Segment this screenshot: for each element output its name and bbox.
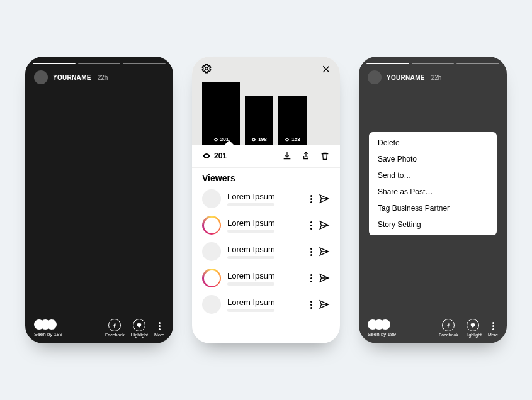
- story-tile[interactable]: 201: [202, 82, 240, 145]
- viewer-name: Lorem Ipsum: [227, 245, 304, 254]
- progress-seg: [366, 63, 409, 64]
- more-button[interactable]: More: [488, 322, 498, 337]
- more-button[interactable]: More: [154, 322, 164, 337]
- menu-item[interactable]: Tag Business Partner: [378, 204, 488, 213]
- story-actions: Facebook Highlight More: [105, 319, 164, 337]
- story-tile[interactable]: 153: [278, 96, 307, 145]
- viewer-name-block: Lorem Ipsum: [227, 192, 304, 206]
- eye-icon: [251, 137, 256, 142]
- viewer-row[interactable]: Lorem Ipsum: [192, 291, 340, 318]
- viewer-name-block: Lorem Ipsum: [227, 297, 304, 312]
- send-icon: [319, 299, 330, 310]
- selected-tile-pointer: [225, 140, 234, 145]
- time-label: 22h: [431, 74, 442, 81]
- viewers-section-title: Viewers: [192, 168, 340, 186]
- viewer-more-button[interactable]: [310, 221, 312, 230]
- viewer-more-button[interactable]: [310, 248, 312, 256]
- progress-seg: [123, 63, 166, 64]
- avatar[interactable]: [368, 70, 382, 84]
- viewer-row[interactable]: Lorem Ipsum: [192, 186, 340, 212]
- viewer-subline: [227, 282, 274, 286]
- trash-icon[interactable]: [320, 151, 330, 161]
- menu-item[interactable]: Story Setting: [378, 220, 488, 229]
- viewer-subline: [227, 256, 274, 259]
- send-icon: [319, 272, 330, 284]
- eye-icon: [202, 152, 211, 160]
- viewer-name: Lorem Ipsum: [227, 297, 304, 307]
- send-button[interactable]: [319, 299, 330, 310]
- progress-seg: [456, 63, 499, 64]
- send-button[interactable]: [319, 272, 330, 284]
- heart-icon: [467, 319, 479, 331]
- more-icon: [492, 322, 494, 331]
- menu-item[interactable]: Save Photo: [378, 155, 488, 164]
- viewer-row[interactable]: Lorem Ipsum: [192, 238, 340, 265]
- viewer-name-block: Lorem Ipsum: [227, 271, 304, 286]
- viewer-avatar[interactable]: [202, 216, 221, 235]
- viewer-name-block: Lorem Ipsum: [227, 218, 304, 233]
- story-progress: [366, 63, 499, 64]
- seen-by-button[interactable]: Seen by 189: [34, 319, 62, 337]
- viewer-avatars-stack: [34, 319, 57, 330]
- viewer-avatar[interactable]: [202, 295, 221, 314]
- viewer-more-button[interactable]: [310, 274, 312, 282]
- progress-seg: [78, 63, 121, 64]
- facebook-button[interactable]: Facebook: [439, 319, 458, 337]
- story-tile[interactable]: 198: [245, 96, 273, 145]
- story-context-menu: DeleteSave PhotoSend to…Share as Post…Ta…: [369, 132, 497, 235]
- menu-item[interactable]: Send to…: [378, 171, 488, 180]
- close-icon: [321, 64, 331, 74]
- viewers-phone: 201 198 153 201 Viewers Lorem IpsumLorem…: [192, 57, 340, 343]
- highlight-button[interactable]: Highlight: [465, 319, 482, 337]
- send-button[interactable]: [319, 246, 330, 257]
- send-button[interactable]: [319, 193, 330, 204]
- seen-by-label: Seen by 189: [368, 331, 396, 337]
- viewers-tools: [282, 151, 330, 161]
- viewer-row[interactable]: Lorem Ipsum: [192, 265, 340, 291]
- send-icon: [319, 219, 330, 231]
- send-icon: [319, 246, 330, 257]
- settings-button[interactable]: [201, 63, 212, 74]
- send-button[interactable]: [319, 219, 330, 231]
- eye-icon: [285, 137, 290, 142]
- tile-count: 198: [258, 136, 266, 142]
- viewer-subline: [227, 309, 274, 312]
- gear-icon: [201, 63, 212, 74]
- progress-seg: [412, 63, 455, 64]
- menu-item[interactable]: Delete: [378, 138, 488, 147]
- viewers-header-area: 201 198 153: [192, 57, 340, 145]
- seen-by-label: Seen by 189: [34, 331, 62, 337]
- send-icon: [319, 193, 330, 204]
- username-label[interactable]: YOURNAME: [53, 74, 91, 81]
- total-views-count: 201: [214, 152, 227, 160]
- story-bottom-bar: Seen by 189 Facebook Highlight More: [359, 319, 507, 337]
- heart-icon: [133, 319, 145, 331]
- viewer-subline: [227, 203, 274, 206]
- viewer-name-block: Lorem Ipsum: [227, 245, 304, 259]
- share-icon[interactable]: [301, 151, 311, 161]
- viewer-avatars-stack: [368, 319, 390, 330]
- facebook-button[interactable]: Facebook: [105, 319, 125, 337]
- eye-icon: [213, 137, 218, 142]
- seen-by-button[interactable]: Seen by 189: [368, 319, 396, 337]
- viewer-avatar[interactable]: [202, 242, 221, 261]
- download-icon[interactable]: [282, 151, 292, 161]
- time-label: 22h: [98, 74, 108, 81]
- viewer-more-button[interactable]: [310, 195, 312, 203]
- viewer-row[interactable]: Lorem Ipsum: [192, 212, 340, 238]
- viewer-more-button[interactable]: [310, 301, 312, 309]
- viewer-avatar[interactable]: [202, 269, 221, 287]
- menu-item[interactable]: Share as Post…: [378, 187, 488, 196]
- viewer-name: Lorem Ipsum: [227, 218, 304, 228]
- close-button[interactable]: [321, 64, 331, 74]
- story-actions: Facebook Highlight More: [439, 319, 498, 337]
- viewers-list: Lorem IpsumLorem IpsumLorem IpsumLorem I…: [192, 186, 340, 318]
- story-bottom-bar: Seen by 189 Facebook Highlight More: [25, 319, 173, 337]
- highlight-button[interactable]: Highlight: [131, 319, 148, 337]
- story-header: YOURNAME 22h: [368, 70, 441, 84]
- story-phone-basic: YOURNAME 22h Seen by 189 Facebook Highli…: [25, 57, 173, 343]
- avatar[interactable]: [34, 70, 48, 84]
- facebook-icon: [442, 319, 455, 331]
- username-label[interactable]: YOURNAME: [387, 74, 425, 81]
- viewer-avatar[interactable]: [202, 189, 221, 208]
